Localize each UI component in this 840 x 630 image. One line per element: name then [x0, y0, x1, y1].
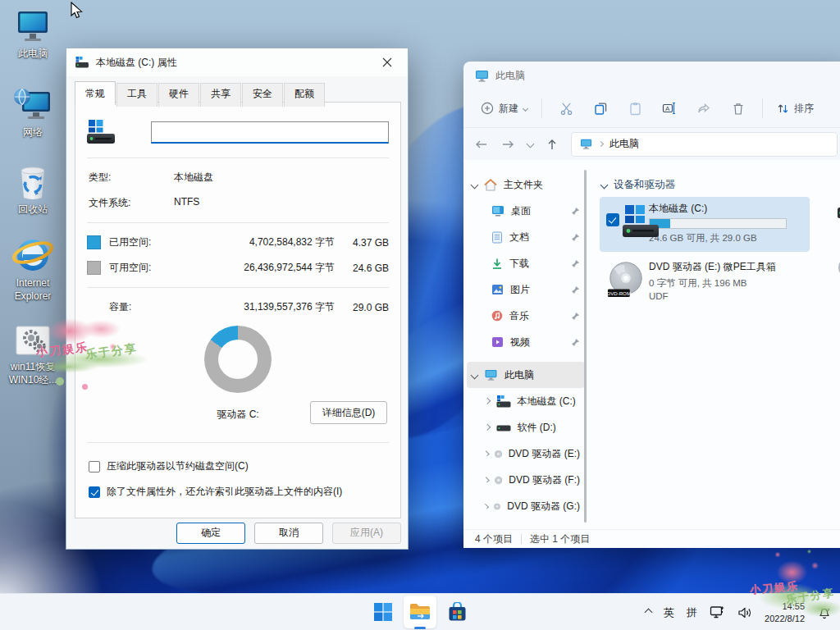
nav-videos[interactable]: 视频	[467, 329, 585, 355]
explorer-address-row: 此电脑	[463, 127, 840, 160]
nav-label: 主文件夹	[504, 178, 543, 192]
drive-tile-e[interactable]: DVD-ROM DVD 驱动器 (E:) 微PE工具箱 0 字节 可用, 共 1…	[600, 255, 810, 310]
mouse-cursor	[71, 2, 84, 20]
delete-button[interactable]	[721, 94, 756, 122]
filesystem-value: NTFS	[174, 196, 199, 210]
pin-icon	[571, 338, 580, 347]
collapse-icon[interactable]	[484, 424, 491, 431]
file-explorer-taskbar-button[interactable]	[404, 596, 436, 628]
share-button[interactable]	[687, 94, 721, 122]
forward-icon[interactable]	[501, 139, 514, 149]
drive-c-small-icon	[75, 57, 89, 68]
tab-general[interactable]: 常规	[75, 81, 116, 105]
section-header-devices[interactable]: 设备和驱动器	[601, 178, 840, 192]
tray-chevron-up-icon[interactable]	[645, 609, 653, 617]
collapse-icon[interactable]	[484, 451, 489, 456]
nav-documents[interactable]: 文档	[467, 224, 585, 250]
desktop-icon-recycle-bin[interactable]: 回收站	[0, 161, 66, 216]
tab-security[interactable]: 安全	[242, 83, 283, 107]
tab-sharing[interactable]: 共享	[200, 83, 241, 107]
ime-language-indicator[interactable]: 英	[664, 605, 674, 620]
nav-pictures[interactable]: 图片	[467, 276, 585, 303]
taskbar-center	[367, 596, 473, 628]
volume-label-input[interactable]	[151, 121, 389, 144]
desktop-icon-win11-restore[interactable]: win11恢复WIN10经...	[0, 318, 66, 386]
nav-drive-c[interactable]: 本地磁盘 (C:)	[467, 388, 585, 414]
notification-bell-icon[interactable]: z	[817, 605, 832, 620]
tab-quota[interactable]: 配额	[284, 83, 325, 107]
music-icon	[491, 310, 503, 322]
apply-button[interactable]: 应用(A)	[332, 523, 401, 544]
free-space-label: 可用空间:	[109, 261, 203, 275]
expand-icon[interactable]	[471, 371, 479, 379]
status-selected-count: 选中 1 个项目	[530, 532, 590, 546]
divider	[87, 222, 389, 223]
start-button[interactable]	[367, 596, 399, 628]
cancel-button[interactable]: 取消	[254, 523, 323, 544]
network-icon[interactable]	[710, 605, 725, 619]
svg-text:A: A	[665, 105, 670, 112]
new-button[interactable]: 新建	[473, 96, 535, 121]
nav-scrollbar[interactable]	[584, 170, 587, 523]
history-chevron-icon[interactable]	[527, 140, 535, 148]
drive-tile-c[interactable]: 本地磁盘 (C:) 24.6 GB 可用, 共 29.0 GB	[600, 197, 810, 252]
rename-button[interactable]: A	[652, 94, 687, 122]
nav-drive-d[interactable]: 软件 (D:)	[467, 414, 585, 441]
tab-hardware[interactable]: 硬件	[158, 83, 199, 107]
sort-button[interactable]: 排序	[769, 96, 821, 121]
desktop-icon-this-pc[interactable]: 此电脑	[0, 5, 66, 60]
copy-button[interactable]	[583, 94, 618, 122]
dvd-drive-icon: DVD-ROM	[606, 260, 646, 299]
nav-label: 本地磁盘 (C:)	[518, 395, 576, 409]
nav-downloads[interactable]: 下载	[467, 250, 585, 276]
drive-info: 0 字节 可用, 共 196 MB	[649, 276, 803, 290]
used-space-size: 4.37 GB	[335, 237, 389, 249]
breadcrumb-item[interactable]: 此电脑	[609, 137, 639, 151]
paint-splash-pink	[766, 548, 824, 592]
sort-icon	[777, 103, 789, 115]
nav-dvd-e[interactable]: DVD 驱动器 (E:)	[467, 441, 585, 467]
close-button[interactable]	[375, 52, 399, 73]
explorer-titlebar[interactable]: 此电脑	[463, 62, 840, 89]
collapse-icon[interactable]	[484, 398, 491, 404]
nav-desktop[interactable]: 桌面	[467, 198, 585, 224]
clock-date: 2022/8/12	[765, 613, 805, 625]
expand-icon[interactable]	[471, 180, 479, 189]
collapse-icon[interactable]	[484, 504, 489, 509]
details-button[interactable]: 详细信息(D)	[310, 401, 387, 424]
compress-checkbox[interactable]	[89, 461, 100, 472]
nav-label: DVD 驱动器 (G:)	[507, 500, 580, 514]
index-checkbox-label: 除了文件属性外，还允许索引此驱动器上文件的内容(I)	[107, 485, 342, 499]
breadcrumb[interactable]: 此电脑	[571, 132, 838, 157]
divider	[87, 158, 389, 158]
microsoft-store-taskbar-button[interactable]	[441, 596, 473, 628]
collapse-icon[interactable]	[484, 477, 490, 483]
up-icon[interactable]	[546, 139, 558, 150]
navigation-pane: 主文件夹 桌面 文档 下载	[463, 160, 588, 529]
ime-mode-indicator[interactable]: 拼	[687, 605, 697, 620]
cut-button[interactable]	[549, 94, 583, 122]
nav-dvd-f[interactable]: DVD 驱动器 (F:)	[467, 467, 585, 493]
tab-tools[interactable]: 工具	[116, 83, 158, 107]
desktop-icon-network[interactable]: 网络	[0, 84, 66, 139]
index-checkbox[interactable]	[89, 486, 100, 498]
volume-icon[interactable]	[737, 606, 752, 619]
dvd-icon	[495, 474, 502, 486]
explorer-window-title: 此电脑	[495, 69, 525, 83]
nav-home[interactable]: 主文件夹	[467, 171, 585, 198]
taskbar-clock[interactable]: 14:55 2022/8/12	[765, 600, 805, 625]
nav-music[interactable]: 音乐	[467, 303, 585, 329]
network-icon	[0, 84, 66, 123]
general-tab-page: 类型:本地磁盘 文件系统:NTFS 已用空间: 4,702,584,832 字节…	[75, 102, 401, 518]
nav-dvd-g[interactable]: DVD 驱动器 (G:)	[467, 493, 585, 519]
selected-checkbox[interactable]	[606, 213, 619, 226]
ok-button[interactable]: 确定	[176, 523, 245, 544]
desktop-icon-label: win11恢复	[11, 361, 55, 372]
back-icon[interactable]	[475, 139, 488, 149]
gears-icon	[0, 318, 66, 358]
paste-button[interactable]	[618, 94, 652, 122]
dialog-titlebar[interactable]: 本地磁盘 (C:) 属性	[66, 48, 408, 76]
nav-this-pc[interactable]: 此电脑	[467, 362, 585, 388]
drive-c-icon	[496, 395, 511, 408]
desktop-icon-internet-explorer[interactable]: InternetExplorer	[0, 235, 66, 303]
